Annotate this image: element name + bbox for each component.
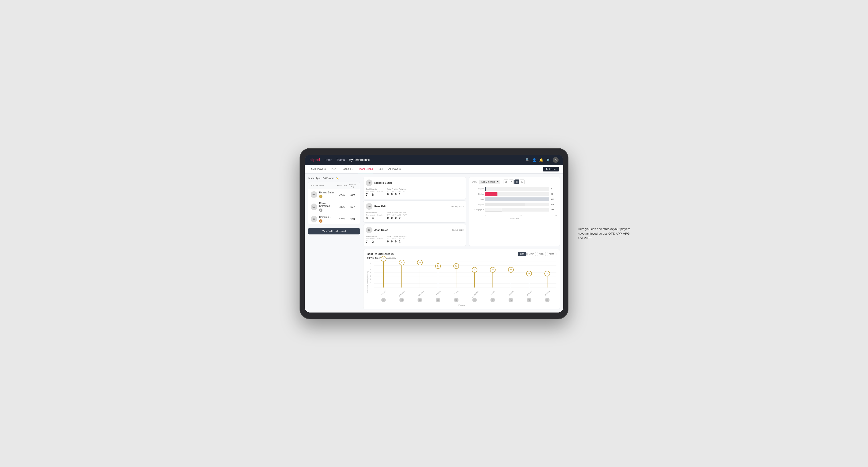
card-name-butler: Richard Butler [374,181,392,184]
user-icon[interactable]: 👤 [532,158,536,162]
streak-name-0: E. Ewert [381,290,386,296]
tab-pgat-players[interactable]: PGAT Players [309,165,326,173]
y-axis-ticks: 7 6 5 4 3 2 1 0 [370,261,373,287]
player-badge-silver: 2 [319,209,322,212]
card-name-britt: Rees Britt [374,205,386,208]
main-nav: Home Teams My Performance [324,158,370,161]
card-avatar-coles: JC [366,227,372,233]
player-avg-2: 107 [348,206,357,208]
streak-col-9: 3x [538,261,556,287]
streaks-title: Best Round Streaks [367,252,394,256]
streaks-header: Best Round Streaks ← OTT APP ARG PUTT [367,252,556,256]
nav-home[interactable]: Home [324,158,332,161]
streaks-subtitle: Off The Tee, Fairway Accuracy [367,257,556,259]
bar-value-birdies: 96 [551,193,557,195]
card-avatar-butler: RB [366,180,372,186]
streaks-filter: OTT APP ARG PUTT [518,252,556,256]
annotation-text: Here you can see streaks your players ha… [578,227,634,241]
player-name-2: Edward Crossman [319,202,336,207]
list-view-button[interactable]: ≡ [509,180,514,184]
horizontal-bar-chart: Eagles 3 Birdies [471,186,557,214]
stat-practice-label: Total Practice Activities [387,188,407,190]
streak-avatars-row: EEBMDBJCRBECBFMMRBCQ [374,297,556,303]
stat-group-practice: Total Practice Activities OTTAPPARGPUTT … [387,188,407,196]
col-player-label: PLAYER NAME [311,184,336,187]
bar-row-eagles: Eagles 3 [471,187,557,191]
table-view-button[interactable]: ⊟ [520,180,525,184]
date-range-select[interactable]: Last 3 months Last 6 months Last year [479,180,500,184]
player-name-1: Richard Butler [319,191,336,194]
chart-footer-label: Total Shots [471,217,557,220]
streak-bar-5 [474,273,475,287]
bell-icon[interactable]: 🔔 [539,158,543,162]
nav-my-performance[interactable]: My Performance [349,158,370,161]
streak-col-2: 6x [411,261,429,287]
y-tick-5: 5 [370,269,373,271]
bar-chart-panel: Show Last 3 months Last 6 months Last ye… [469,177,560,246]
streak-name-8: R. Butler [526,290,532,296]
view-full-leaderboard-button[interactable]: View Full Leaderboard [308,228,360,235]
filter-arg-button[interactable]: ARG [537,252,546,256]
streak-avatar-4: RB [454,298,459,302]
filter-ott-button[interactable]: OTT [518,252,526,256]
chart-x-axis: 0 200 400 [471,215,557,217]
streak-avatar-0: EE [381,298,386,302]
streak-bubble-8: 3x [526,271,532,276]
player-cards-area: RB Richard Butler Total Rounds Tournamen… [363,177,466,246]
player-row[interactable]: RB Richard Butler 1 19/20 110 [308,189,360,200]
nav-right-icons: 🔍 👤 🔔 ⚙️ A [526,157,559,163]
streak-chart-wrapper: Best Streak, Fairway Accuracy 7 6 5 4 3 … [367,261,556,303]
player-avatar-1: RB [311,191,317,198]
tab-tour[interactable]: Tour [378,165,383,173]
streak-bubble-2: 6x [417,260,423,266]
tab-hcaps[interactable]: Hcaps 1-5 [341,165,354,173]
edit-icon[interactable]: ✏️ [336,177,338,180]
grid-view-button[interactable]: ⊞ [503,180,508,184]
search-icon[interactable]: 🔍 [526,158,530,162]
bar-label-pars: Pars [471,198,484,200]
chart-view-button[interactable]: ▤ [515,180,519,184]
streak-bar-7 [511,273,511,287]
streak-avatar-5: EC [472,298,477,302]
bar-fill-birdies [485,192,497,196]
tab-all-players[interactable]: All Players [388,165,401,173]
card-date-britt: 02 Sep 2023 [452,205,464,208]
streak-col-6: 4x [484,261,502,287]
streak-bubble-1: 6x [399,260,404,266]
bar-label-eagles: Eagles [471,188,484,190]
player-avg-1: 110 [348,193,357,196]
add-team-button[interactable]: Add Team [543,167,559,172]
y-tick-1: 1 [370,282,373,283]
streak-bar-4 [456,269,456,287]
bar-fill-pars [485,197,549,201]
card-date-coles: 26 Aug 2023 [452,229,464,231]
bar-track-pars [485,197,549,201]
streak-bubble-3: 5x [435,263,441,269]
team-header: Team Clippd | 14 Players ✏️ [308,177,360,180]
player-row[interactable]: C Cameron... 3 17/20 103 [308,214,360,225]
streaks-section: Best Round Streaks ← OTT APP ARG PUTT Of… [363,249,560,309]
streak-col-8: 3x [520,261,538,287]
settings-icon[interactable]: ⚙️ [546,158,550,162]
stat-practice-coles: Total Practice Activities OTTAPPARGPUTT … [387,235,407,244]
streak-name-1: B. McHarg [399,290,405,297]
filter-putt-button[interactable]: PUTT [547,252,557,256]
bar-fill-eagles [485,187,486,191]
player-row[interactable]: EC Edward Crossman 2 18/20 107 [308,200,360,214]
stat-rounds-label-coles: Total Rounds [366,235,383,237]
col-avg-label: PB AVG SQ [348,184,357,188]
tab-team-clippd[interactable]: Team Clippd [358,165,373,173]
streak-bubble-4: 5x [453,263,459,269]
player-score-1: 19/20 [336,193,348,196]
streak-col-3: 5x [429,261,447,287]
streak-name-7: M. Miller [508,290,514,296]
nav-teams[interactable]: Teams [336,158,345,161]
top-right-section: RB Richard Butler Total Rounds Tournamen… [363,177,560,246]
tab-pga[interactable]: PGA [331,165,337,173]
annotation-panel: Here you can see streaks your players ha… [578,227,634,241]
card-avatar-britt: RB [366,203,372,210]
filter-app-button[interactable]: APP [527,252,536,256]
card-top-coles: JC Josh Coles 26 Aug 2023 [366,227,464,233]
streak-bar-0 [383,261,384,287]
avatar[interactable]: A [553,157,559,163]
